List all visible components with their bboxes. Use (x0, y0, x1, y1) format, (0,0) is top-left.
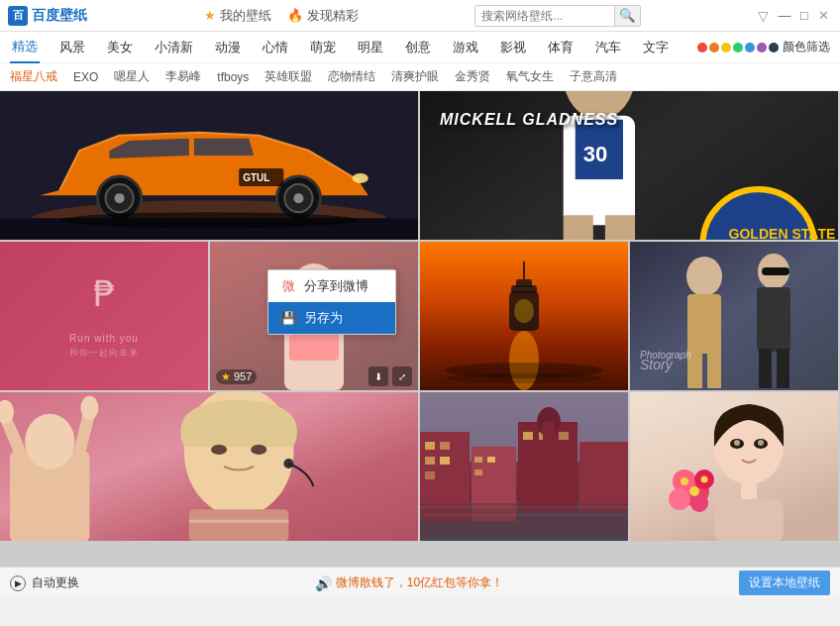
close-button[interactable]: ✕ (816, 8, 832, 24)
svg-point-8 (353, 173, 368, 183)
svg-rect-59 (189, 509, 288, 541)
svg-rect-19 (564, 215, 593, 240)
title-right: ▽ — □ ✕ (758, 8, 832, 24)
color-dot-yellow (721, 43, 731, 52)
nav-item-games[interactable]: 游戏 (451, 33, 480, 62)
main-nav: 精选 风景 美女 小清新 动漫 心情 萌宠 明星 创意 游戏 影视 体育 汽车 … (0, 32, 840, 63)
svg-rect-42 (707, 351, 721, 388)
wallpaper-cell-girl[interactable] (630, 392, 838, 541)
svg-rect-68 (440, 442, 450, 450)
svg-rect-35 (516, 279, 532, 287)
nav-item-film[interactable]: 影视 (498, 33, 528, 62)
nav-item-stars[interactable]: 明星 (356, 33, 385, 62)
nav-item-text[interactable]: 文字 (641, 33, 671, 62)
svg-rect-45 (759, 349, 772, 388)
wallpaper-cell-basketball[interactable]: 30 GOLDEN STATE WARRIORS MICKELL GLADNES… (420, 91, 838, 240)
download-icon[interactable]: ⬇ (368, 366, 388, 386)
wallpaper-cell-sunset[interactable] (420, 242, 628, 390)
settings-icon[interactable]: ▽ (758, 8, 769, 24)
speaker-icon: 🔊 (315, 575, 332, 591)
fullscreen-icon[interactable]: ⤢ (392, 366, 412, 386)
svg-point-94 (669, 488, 690, 510)
auto-change-button[interactable]: ▶ 自动更换 (10, 574, 79, 591)
wallpaper-cell-car[interactable]: GTUL (0, 91, 418, 240)
nav-item-pets[interactable]: 萌宠 (308, 33, 338, 62)
sub-item-8[interactable]: 清爽护眼 (391, 68, 439, 85)
buildings-bg (420, 392, 628, 541)
car-bg: GTUL (0, 91, 418, 240)
sub-item-2[interactable]: EXO (73, 70, 98, 84)
svg-point-32 (445, 373, 603, 383)
star-icon-portrait: ★ (221, 370, 231, 383)
nav-item-beauty[interactable]: 美女 (105, 33, 135, 62)
sub-item-1[interactable]: 福星八戒 (10, 68, 57, 85)
basketball-player-name: MICKELL GLADNESS (440, 111, 618, 129)
svg-rect-82 (543, 422, 555, 452)
nav-item-cars[interactable]: 汽车 (593, 33, 623, 62)
search-icon: 🔍 (619, 8, 636, 23)
nav-item-featured[interactable]: 精选 (10, 32, 40, 63)
sub-item-10[interactable]: 氧气女生 (506, 68, 554, 85)
sub-item-6[interactable]: 英雄联盟 (264, 68, 312, 85)
svg-point-57 (251, 445, 266, 455)
save-as-item[interactable]: 💾 另存为 (268, 302, 395, 334)
wallpaper-cell-buildings[interactable] (420, 392, 628, 541)
svg-point-39 (686, 257, 722, 296)
color-dot-dark (769, 43, 779, 52)
auto-change-label: 自动更换 (32, 574, 79, 591)
color-filter[interactable]: 颜色筛选 (697, 39, 830, 55)
svg-point-95 (690, 494, 708, 512)
my-wallpaper-tab[interactable]: ★ 我的壁纸 (204, 7, 271, 25)
content-grid: GTUL (0, 91, 840, 567)
app-title: 百度壁纸 (32, 7, 87, 25)
svg-rect-66 (579, 442, 628, 511)
sunset-bg (420, 242, 628, 390)
logo-area: 百 百度壁纸 (8, 6, 87, 26)
svg-text:30: 30 (583, 142, 608, 166)
wallpaper-cell-boy[interactable] (0, 392, 418, 541)
svg-point-54 (80, 396, 98, 420)
nav-item-mood[interactable]: 心情 (261, 33, 290, 62)
sub-item-4[interactable]: 李易峰 (165, 68, 201, 85)
sub-item-5[interactable]: tfboys (217, 70, 249, 84)
nav-item-creative[interactable]: 创意 (403, 33, 433, 62)
notification-message: 🔊 微博散钱了，10亿红包等你拿！ (315, 574, 503, 591)
wallpaper-cell-pink-text[interactable]: ₱ Run with you 和你一起向未来 (0, 242, 208, 390)
svg-rect-74 (474, 470, 482, 475)
title-nav-tabs: ★ 我的壁纸 🔥 发现精彩 (204, 7, 359, 25)
search-button[interactable]: 🔍 (614, 5, 640, 27)
search-input[interactable] (475, 9, 614, 23)
nav-item-fresh[interactable]: 小清新 (153, 33, 195, 62)
fashion-bg: Photograph Story (630, 242, 838, 390)
sub-item-3[interactable]: 嗯星人 (114, 68, 150, 85)
sub-item-9[interactable]: 金秀贤 (455, 68, 490, 85)
svg-rect-70 (440, 457, 450, 465)
sub-item-7[interactable]: 恋物情结 (328, 68, 375, 85)
bottom-bar: ▶ 自动更换 🔊 微博散钱了，10亿红包等你拿！ 设置本地壁纸 (0, 567, 840, 598)
svg-text:GOLDEN STATE: GOLDEN STATE (728, 226, 835, 240)
wallpaper-cell-fashion[interactable]: Photograph Story (630, 242, 838, 390)
nav-item-scenery[interactable]: 风景 (57, 33, 87, 62)
maximize-button[interactable]: □ (796, 8, 812, 24)
pink-text-line2: 和你一起向未来 (69, 347, 139, 360)
star-icon: ★ (204, 8, 216, 23)
discover-tab[interactable]: 🔥 发现精彩 (287, 7, 359, 25)
color-dot-orange (709, 43, 719, 52)
svg-point-96 (689, 486, 699, 496)
nav-item-anime[interactable]: 动漫 (213, 33, 243, 62)
svg-point-87 (734, 440, 740, 446)
sub-item-11[interactable]: 子意高清 (570, 68, 617, 85)
minimize-button[interactable]: — (777, 8, 792, 24)
color-dots (697, 43, 779, 52)
svg-rect-78 (420, 503, 628, 538)
svg-point-98 (701, 476, 708, 483)
boy-bg (0, 392, 418, 541)
save-as-label: 另存为 (304, 309, 343, 327)
star-count-value: 957 (234, 370, 252, 382)
share-weibo-item[interactable]: 微 分享到微博 (268, 270, 395, 302)
nav-item-sports[interactable]: 体育 (546, 33, 576, 62)
girl-bg (630, 392, 838, 541)
svg-rect-47 (762, 267, 789, 275)
set-wallpaper-button[interactable]: 设置本地壁纸 (739, 571, 830, 595)
svg-text:GTUL: GTUL (243, 172, 269, 183)
